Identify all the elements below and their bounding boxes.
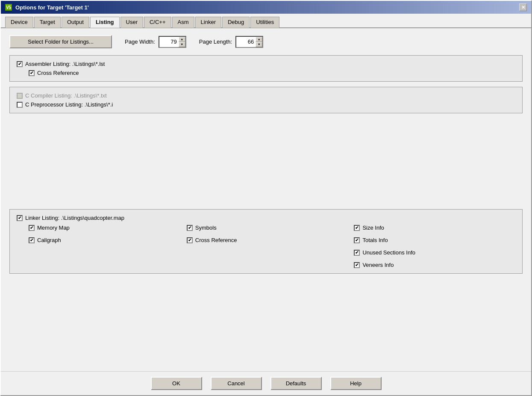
- unused-sections-row: Unused Sections Info: [354, 249, 515, 256]
- page-length-up[interactable]: ▲: [256, 37, 262, 42]
- content-area: Select Folder for Listings... Page Width…: [1, 28, 531, 371]
- close-button[interactable]: ✕: [519, 3, 527, 11]
- tab-debug[interactable]: Debug: [222, 17, 250, 28]
- linker-col1: Memory Map Callgraph: [29, 225, 170, 243]
- page-width-input[interactable]: [159, 37, 179, 47]
- assembler-listing-row: Assembler Listing: .\Listings\*.lst: [17, 61, 515, 67]
- dialog-title: Options for Target 'Target 1': [15, 4, 89, 11]
- callgraph-checkbox[interactable]: [29, 237, 35, 243]
- memory-map-label: Memory Map: [37, 225, 70, 231]
- veneers-info-row: Veneers Info: [354, 262, 515, 268]
- linker-cross-ref-label: Cross Reference: [195, 237, 237, 243]
- app-icon: V5: [5, 4, 12, 11]
- tab-output[interactable]: Output: [62, 17, 89, 28]
- page-length-down[interactable]: ▼: [256, 42, 262, 47]
- assembler-listing-checkbox[interactable]: [17, 61, 23, 67]
- linker-col2: Symbols Cross Reference: [187, 225, 337, 243]
- tab-listing[interactable]: Listing: [90, 17, 120, 28]
- assembler-cross-ref-label: Cross Reference: [37, 70, 79, 76]
- linker-cross-ref-row: Cross Reference: [187, 237, 337, 243]
- callgraph-label: Callgraph: [37, 237, 61, 243]
- tab-utilities[interactable]: Utilities: [250, 17, 279, 28]
- title-bar: V5 Options for Target 'Target 1' ✕: [1, 1, 531, 14]
- tab-device[interactable]: Device: [5, 17, 33, 28]
- symbols-label: Symbols: [195, 225, 217, 231]
- page-length-input[interactable]: [236, 37, 256, 47]
- totals-info-checkbox[interactable]: [354, 237, 360, 243]
- c-compiler-label: C Compiler Listing: .\Listings\*.txt: [25, 92, 107, 99]
- page-length-spinbox: ▲ ▼: [235, 36, 263, 48]
- memory-map-checkbox[interactable]: [29, 225, 35, 231]
- c-preprocessor-label: C Preprocessor Listing: .\Listings\*.i: [25, 101, 113, 108]
- totals-info-row: Totals Info: [354, 237, 515, 243]
- select-folder-button[interactable]: Select Folder for Listings...: [9, 35, 112, 48]
- tabs-bar: Device Target Output Listing User C/C++ …: [1, 14, 531, 28]
- linker-section: Linker Listing: .\Listings\quadcopter.ma…: [9, 209, 523, 274]
- linker-options-grid: Memory Map Callgraph Symbols Cro: [29, 225, 515, 268]
- size-info-checkbox[interactable]: [354, 225, 360, 231]
- tab-user[interactable]: User: [121, 17, 143, 28]
- ok-button[interactable]: OK: [151, 377, 202, 390]
- c-preprocessor-checkbox[interactable]: [17, 102, 23, 108]
- tab-cpp[interactable]: C/C++: [144, 17, 171, 28]
- assembler-section: Assembler Listing: .\Listings\*.lst Cros…: [9, 55, 523, 82]
- help-button[interactable]: Help: [330, 377, 382, 390]
- unused-sections-label: Unused Sections Info: [362, 249, 415, 256]
- c-preprocessor-row: C Preprocessor Listing: .\Listings\*.i: [17, 101, 515, 108]
- symbols-checkbox[interactable]: [187, 225, 193, 231]
- defaults-button[interactable]: Defaults: [270, 377, 322, 390]
- size-info-row: Size Info: [354, 225, 515, 231]
- dialog-window: V5 Options for Target 'Target 1' ✕ Devic…: [0, 0, 532, 396]
- c-compiler-section: C Compiler Listing: .\Listings\*.txt C P…: [9, 87, 523, 113]
- title-bar-left: V5 Options for Target 'Target 1': [5, 4, 89, 11]
- symbols-row: Symbols: [187, 225, 337, 231]
- top-controls-row: Select Folder for Listings... Page Width…: [9, 35, 523, 48]
- tab-target[interactable]: Target: [34, 17, 61, 28]
- page-width-down[interactable]: ▼: [179, 42, 185, 47]
- page-width-buttons: ▲ ▼: [179, 37, 185, 47]
- unused-sections-checkbox[interactable]: [354, 250, 360, 256]
- size-info-label: Size Info: [362, 225, 384, 231]
- page-length-label: Page Length:: [199, 38, 232, 45]
- tab-linker[interactable]: Linker: [195, 17, 221, 28]
- page-width-up[interactable]: ▲: [179, 37, 185, 42]
- linker-col3: Size Info Totals Info Unused Sections In…: [354, 225, 515, 268]
- c-compiler-checkbox[interactable]: [17, 93, 23, 99]
- veneers-info-label: Veneers Info: [362, 262, 394, 268]
- callgraph-row: Callgraph: [29, 237, 170, 243]
- page-width-label: Page Width:: [125, 38, 155, 45]
- assembler-listing-label: Assembler Listing: .\Listings\*.lst: [25, 61, 105, 67]
- tab-asm[interactable]: Asm: [172, 17, 194, 28]
- page-length-buttons: ▲ ▼: [256, 37, 262, 47]
- page-width-spinbox: ▲ ▼: [159, 36, 186, 48]
- memory-map-row: Memory Map: [29, 225, 170, 231]
- page-width-group: Page Width: ▲ ▼: [125, 36, 186, 48]
- linker-listing-label: Linker Listing: .\Listings\quadcopter.ma…: [25, 215, 124, 221]
- totals-info-label: Totals Info: [362, 237, 388, 243]
- linker-listing-checkbox[interactable]: [17, 215, 23, 221]
- c-compiler-listing-row: C Compiler Listing: .\Listings\*.txt: [17, 92, 515, 99]
- assembler-cross-ref-row: Cross Reference: [29, 70, 515, 76]
- page-length-group: Page Length: ▲ ▼: [199, 36, 263, 48]
- cancel-button[interactable]: Cancel: [211, 377, 262, 390]
- linker-listing-row: Linker Listing: .\Listings\quadcopter.ma…: [17, 215, 515, 221]
- assembler-cross-ref-checkbox[interactable]: [29, 70, 35, 76]
- bottom-bar: OK Cancel Defaults Help: [1, 371, 531, 395]
- linker-cross-ref-checkbox[interactable]: [187, 237, 193, 243]
- veneers-info-checkbox[interactable]: [354, 262, 360, 268]
